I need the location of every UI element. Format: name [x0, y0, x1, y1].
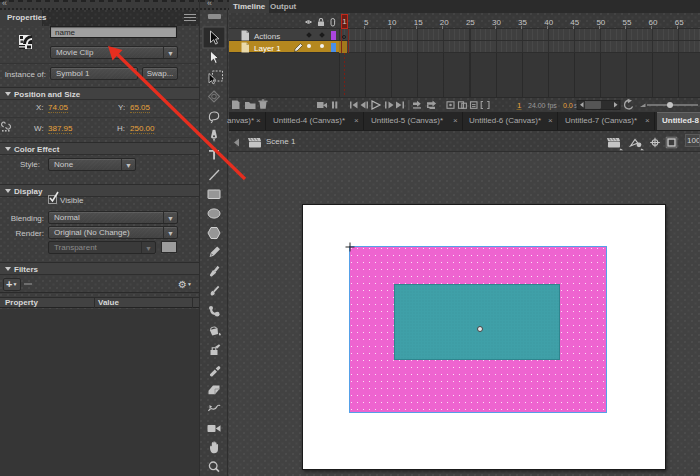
svg-text:24.00 fps: 24.00 fps [528, 102, 557, 110]
svg-text:0.0: 0.0 [563, 102, 573, 109]
svg-text:1: 1 [517, 101, 522, 110]
